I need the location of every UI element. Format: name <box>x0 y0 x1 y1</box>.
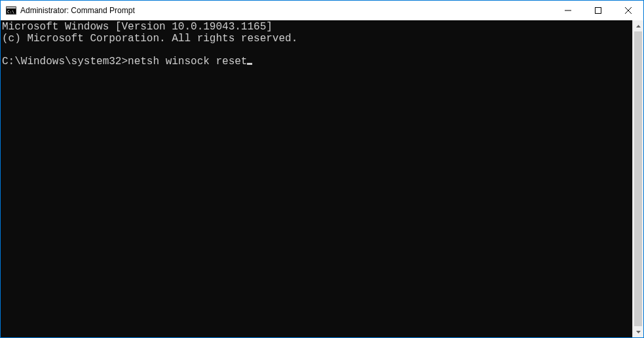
text-cursor <box>247 63 252 65</box>
window-title: Administrator: Command Prompt <box>20 6 135 15</box>
scroll-track[interactable] <box>633 31 643 326</box>
svg-rect-1 <box>7 7 16 9</box>
terminal-prompt: C:\Windows\system32> <box>2 56 128 67</box>
scroll-thumb[interactable] <box>634 31 642 326</box>
scroll-down-arrow[interactable] <box>633 326 643 337</box>
svg-text:C:\: C:\ <box>7 9 14 14</box>
terminal-line-copyright: (c) Microsoft Corporation. All rights re… <box>2 33 297 45</box>
titlebar-left: C:\ Administrator: Command Prompt <box>6 5 135 16</box>
svg-line-5 <box>625 7 632 14</box>
close-button[interactable] <box>613 1 643 20</box>
svg-line-6 <box>625 7 632 14</box>
maximize-button[interactable] <box>583 1 613 20</box>
svg-marker-8 <box>636 331 641 333</box>
scroll-up-arrow[interactable] <box>633 20 643 31</box>
svg-rect-4 <box>596 8 601 14</box>
cmd-icon: C:\ <box>6 5 16 16</box>
vertical-scrollbar[interactable] <box>632 20 643 337</box>
window-controls <box>553 1 643 20</box>
terminal-line-version: Microsoft Windows [Version 10.0.19043.11… <box>2 21 273 33</box>
titlebar[interactable]: C:\ Administrator: Command Prompt <box>1 1 643 20</box>
minimize-button[interactable] <box>553 1 583 20</box>
terminal-command: netsh winsock reset <box>128 56 247 67</box>
terminal-output[interactable]: Microsoft Windows [Version 10.0.19043.11… <box>1 20 632 337</box>
command-prompt-window: C:\ Administrator: Command Prompt <box>0 0 644 338</box>
content-area: Microsoft Windows [Version 10.0.19043.11… <box>1 20 643 337</box>
svg-marker-7 <box>636 25 641 28</box>
